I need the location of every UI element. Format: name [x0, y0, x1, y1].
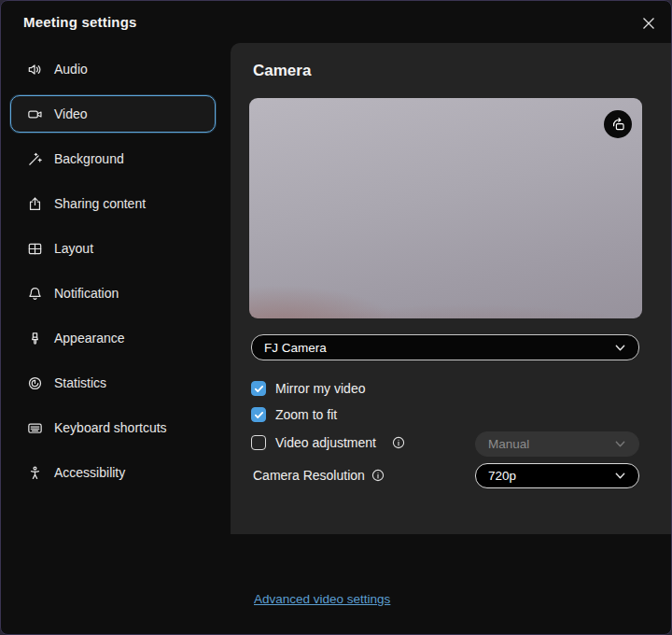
- share-icon: [25, 194, 44, 213]
- sidebar-item-label: Layout: [54, 241, 93, 256]
- zoom-to-fit-label: Zoom to fit: [275, 407, 337, 422]
- checkbox-checked[interactable]: [251, 381, 266, 396]
- close-button[interactable]: [639, 14, 658, 33]
- speaker-icon: [25, 60, 44, 78]
- checkbox-unchecked[interactable]: [251, 435, 266, 450]
- sidebar-item-accessibility[interactable]: Accessibility: [10, 454, 216, 491]
- sidebar-item-label: Appearance: [54, 331, 125, 346]
- checkbox-checked[interactable]: [251, 407, 266, 422]
- camera-section-heading: Camera: [253, 62, 311, 80]
- camera-resolution-label-row: Camera Resolution: [253, 468, 385, 483]
- camera-resolution-label: Camera Resolution: [253, 468, 365, 483]
- sidebar-item-label: Accessibility: [54, 465, 125, 480]
- sidebar-item-statistics[interactable]: Statistics: [10, 364, 216, 402]
- video-adjustment-label: Video adjustment: [275, 435, 376, 450]
- titlebar: Meeting settings: [1, 1, 671, 43]
- sidebar-item-appearance[interactable]: Appearance: [10, 319, 216, 357]
- mirror-my-video-label: Mirror my video: [275, 381, 365, 396]
- info-icon[interactable]: [371, 469, 385, 482]
- magic-wand-icon: [25, 149, 44, 168]
- sidebar-item-label: Background: [54, 151, 124, 166]
- video-adjustment-checkbox-row[interactable]: Video adjustment: [251, 435, 405, 450]
- rotate-camera-icon: [610, 117, 626, 133]
- camera-resolution-select[interactable]: 720p: [475, 463, 639, 488]
- bell-icon: [25, 284, 44, 303]
- chevron-down-icon: [614, 342, 626, 354]
- meeting-settings-dialog: Meeting settings Audio Video Background: [0, 0, 672, 635]
- accessibility-person-icon: [25, 463, 44, 482]
- checkmark-icon: [254, 410, 264, 420]
- sidebar-item-notification[interactable]: Notification: [10, 275, 216, 312]
- video-adjustment-mode-select-disabled: Manual: [475, 431, 639, 457]
- sidebar-item-keyboard-shortcuts[interactable]: Keyboard shortcuts: [10, 409, 216, 446]
- sidebar-item-label: Sharing content: [54, 196, 146, 211]
- chevron-down-icon: [614, 438, 626, 450]
- zoom-to-fit-checkbox-row[interactable]: Zoom to fit: [251, 407, 337, 422]
- rotate-camera-button[interactable]: [604, 110, 632, 138]
- statistics-gauge-icon: [25, 374, 44, 392]
- sidebar-item-video[interactable]: Video: [10, 95, 216, 133]
- video-adjustment-mode-value: Manual: [488, 437, 529, 451]
- checkmark-icon: [254, 384, 264, 394]
- sidebar-item-layout[interactable]: Layout: [10, 230, 216, 267]
- camera-device-select[interactable]: FJ Camera: [251, 334, 639, 360]
- video-camera-icon: [25, 105, 44, 123]
- mirror-my-video-checkbox-row[interactable]: Mirror my video: [251, 381, 365, 396]
- sidebar-item-label: Audio: [54, 62, 88, 77]
- dialog-title: Meeting settings: [23, 14, 137, 30]
- sidebar-item-label: Notification: [54, 286, 119, 301]
- sidebar-item-audio[interactable]: Audio: [10, 50, 216, 88]
- keyboard-icon: [25, 418, 44, 437]
- sidebar-item-sharing-content[interactable]: Sharing content: [10, 185, 216, 222]
- video-settings-panel: Camera FJ Camera Mirror my video: [231, 43, 672, 534]
- layout-grid-icon: [25, 239, 44, 258]
- sidebar-item-label: Video: [54, 106, 88, 121]
- chevron-down-icon: [614, 470, 626, 482]
- paintbrush-icon: [25, 329, 44, 347]
- camera-resolution-value: 720p: [488, 469, 516, 483]
- camera-device-value: FJ Camera: [264, 341, 327, 355]
- settings-sidebar: Audio Video Background Sharing content L: [1, 43, 231, 634]
- close-icon: [642, 17, 655, 30]
- info-icon[interactable]: [392, 436, 405, 449]
- sidebar-item-label: Keyboard shortcuts: [54, 420, 167, 435]
- sidebar-item-label: Statistics: [54, 375, 106, 390]
- advanced-video-settings-link[interactable]: Advanced video settings: [254, 592, 390, 606]
- sidebar-item-background[interactable]: Background: [10, 140, 216, 177]
- camera-preview: [249, 98, 642, 318]
